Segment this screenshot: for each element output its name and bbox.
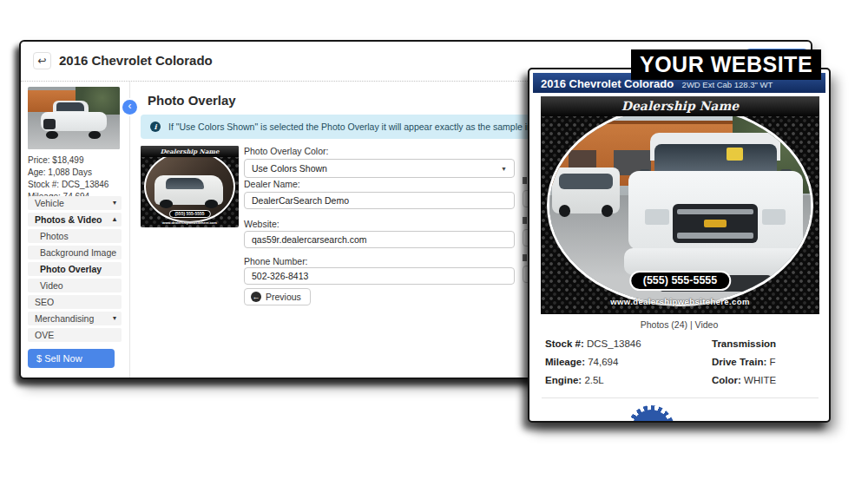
- sample-suv-glass: [166, 178, 204, 189]
- detail-label: Mileage:: [545, 357, 585, 367]
- grille-bar: [677, 233, 754, 238]
- dealer-name-label: Dealer Name:: [244, 179, 300, 189]
- sidebar-item-background-image[interactable]: Background Image: [28, 246, 122, 259]
- menu-label: Background Image: [40, 247, 116, 258]
- back-button[interactable]: ↩: [33, 52, 51, 69]
- detail-stock: Stock #: DCS_13846: [545, 335, 641, 353]
- detail-label: Engine:: [545, 375, 582, 385]
- truck-headlight: [762, 209, 786, 224]
- chevrolet-bowtie-badge: [704, 220, 727, 227]
- sample-suv-wheel: [205, 200, 217, 207]
- menu-label: Photos: [40, 231, 69, 241]
- overlay-sample-image: Dealership Name (555) 555-5555 www.deale…: [141, 146, 239, 227]
- website-preview-window: 2016 Chevrolet Colorado 2WD Ext Cab 128.…: [528, 68, 831, 423]
- vehicle-photo-with-overlay: Dealership Name (555) 555-5555 www.deale…: [541, 96, 819, 314]
- dealership-name-banner: Dealership Name: [541, 96, 819, 116]
- video-link[interactable]: Video: [695, 319, 719, 330]
- collapse-sidebar-button[interactable]: ‹: [122, 100, 137, 115]
- sidebar-item-seo[interactable]: SEO: [28, 295, 122, 309]
- vehicle-thumbnail[interactable]: [28, 87, 120, 149]
- vehicle-details-right: Transmission Drive Train: F Color: WHITE: [712, 335, 776, 390]
- detail-engine: Engine: 2.5L: [545, 371, 641, 390]
- website-label: Website:: [244, 219, 279, 229]
- truck-grille: [673, 204, 758, 242]
- alert-text: If "Use Colors Shown" is selected the Ph…: [168, 122, 578, 132]
- detail-value: F: [769, 357, 775, 367]
- phone-number-label: Phone Number:: [244, 256, 308, 266]
- vehicle-details-left: Stock #: DCS_13846 Mileage: 74,694 Engin…: [545, 335, 641, 390]
- sample-suv-wheel: [160, 200, 172, 207]
- caret-up-icon: ▴: [113, 213, 116, 227]
- detail-value: 2.5L: [584, 375, 603, 385]
- blue-seal-badge: [619, 404, 683, 423]
- info-icon: i: [150, 122, 161, 132]
- sidebar-item-merchandising[interactable]: Merchandising ▾: [28, 312, 122, 325]
- sidebar-item-photo-overlay[interactable]: Photo Overlay: [28, 262, 122, 276]
- phone-overlay: (555) 555-5555: [629, 271, 731, 291]
- truck-price-sticker: [727, 148, 743, 161]
- panel-title: Photo Overlay: [148, 93, 236, 108]
- sidebar-item-video[interactable]: Video: [28, 279, 122, 292]
- suv-glass: [559, 174, 614, 190]
- media-links: Photos (24) | Video: [529, 319, 829, 330]
- detail-drivetrain: Drive Train: F: [712, 353, 776, 371]
- caret-down-icon: ▾: [113, 196, 116, 210]
- detail-value: 74,694: [588, 357, 618, 367]
- sell-now-button[interactable]: $ Sell Now: [28, 349, 115, 368]
- sample-suv: [155, 175, 223, 205]
- previous-label: Previous: [266, 292, 301, 302]
- detail-mileage: Mileage: 74,694: [545, 353, 641, 371]
- dealer-name-input[interactable]: [244, 192, 515, 209]
- sidebar-item-photos-video[interactable]: Photos & Video ▴: [28, 213, 122, 227]
- clipped-field-label-fragment: [523, 254, 527, 261]
- photos-link[interactable]: Photos (24): [641, 319, 687, 330]
- menu-label: Merchandising: [35, 313, 94, 324]
- sidebar-menu: Vehicle ▾ Photos & Video ▴ Photos Backgr…: [28, 196, 122, 345]
- menu-label: Video: [40, 280, 63, 291]
- vehicle-trim: 2WD Ext Cab 128.3" WT: [682, 80, 773, 89]
- detail-label: Stock #:: [545, 338, 584, 349]
- details-divider: [542, 397, 819, 398]
- scene-background-suv: [552, 167, 620, 213]
- stat-age: Age: 1,088 Days: [28, 167, 108, 179]
- menu-label: OVE: [35, 330, 54, 340]
- chevron-left-icon: ‹: [128, 100, 132, 112]
- truck-windshield: [654, 144, 777, 173]
- website-input[interactable]: [244, 231, 515, 248]
- thumb-truck-grille: [43, 119, 56, 129]
- clipped-field-label-fragment: [523, 177, 527, 184]
- detail-color: Color: WHITE: [712, 371, 776, 390]
- suv-wheel: [559, 205, 570, 217]
- clipped-field-label-fragment: [523, 217, 527, 224]
- previous-button[interactable]: ← Previous: [244, 288, 311, 305]
- caret-down-icon: ▾: [113, 312, 116, 325]
- photo-overlay-color-label: Photo Overlay Color:: [244, 146, 328, 156]
- detail-label: Drive Train:: [712, 357, 766, 367]
- thumb-truck-wheel: [89, 131, 101, 140]
- page-title: 2016 Chevrolet Colorado: [59, 53, 213, 68]
- sidebar: Price: $18,499 Age: 1,088 Days Stock #: …: [21, 82, 130, 378]
- phone-number-input[interactable]: [244, 267, 515, 285]
- thumb-truck-glass: [56, 102, 84, 111]
- photo-overlay-color-select[interactable]: Use Colors Shown ▼: [244, 159, 515, 178]
- detail-label: Color:: [712, 375, 741, 385]
- detail-value: WHITE: [744, 375, 776, 385]
- select-caret-icon: ▼: [501, 161, 507, 178]
- thumb-truck: [41, 101, 107, 140]
- sidebar-item-ove[interactable]: OVE: [28, 328, 122, 342]
- thumb-truck-wheel: [46, 131, 58, 140]
- menu-label: Photos & Video: [35, 214, 102, 225]
- website-overlay: www.dealershipwebsitehere.com: [541, 297, 819, 306]
- detail-value: DCS_13846: [587, 338, 641, 349]
- sample-dealership-banner: Dealership Name: [141, 146, 239, 157]
- media-separator: |: [687, 319, 695, 330]
- sidebar-item-vehicle[interactable]: Vehicle ▾: [28, 196, 122, 210]
- sample-website-overlay: www.dealershipwebsitehere.com: [141, 220, 239, 225]
- menu-label: Vehicle: [35, 198, 64, 208]
- truck-headlight: [645, 209, 669, 224]
- left-arrow-icon: ←: [251, 292, 261, 302]
- detail-transmission: Transmission: [712, 335, 776, 353]
- sidebar-item-photos[interactable]: Photos: [28, 229, 122, 243]
- back-arrow-icon: ↩: [37, 55, 46, 67]
- detail-label: Transmission: [712, 338, 776, 349]
